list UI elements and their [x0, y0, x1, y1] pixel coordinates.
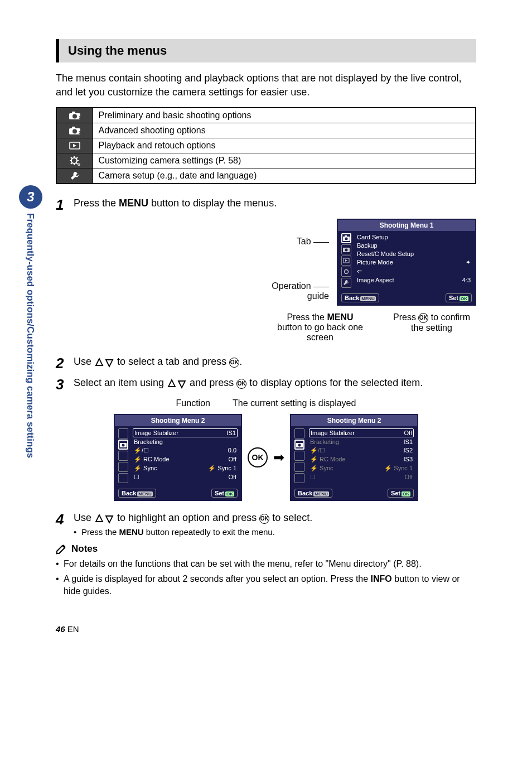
svg-line-17	[71, 163, 72, 165]
panel-tab-icon	[118, 462, 128, 472]
panel-footer: BackMENU SetOK	[291, 488, 417, 500]
table-row: Customizing camera settings (P. 58)	[93, 153, 476, 168]
panel1-side-labels: Tab Operation guide	[272, 219, 329, 306]
page-number: 46	[56, 624, 65, 634]
panel-tab-icon	[294, 428, 304, 438]
svg-line-18	[76, 157, 78, 159]
updown-arrow-icon	[94, 358, 114, 368]
page-lang: EN	[67, 624, 79, 634]
panel-tab-column	[294, 428, 306, 485]
back-button: BackMENU	[341, 293, 379, 302]
panel1-figure: Tab Operation guide Shooting Menu 1 Card…	[56, 219, 476, 306]
panel-tab-icon	[294, 451, 304, 461]
svg-rect-5	[72, 127, 75, 129]
playback-icon	[56, 138, 93, 153]
panel-tab-icon	[118, 428, 128, 438]
panel-tab-icon	[294, 440, 304, 450]
svg-marker-30	[168, 380, 175, 387]
panel-title: Shooting Menu 1	[338, 220, 475, 231]
panel-title: Shooting Menu 2	[291, 415, 417, 426]
gear-icon: o	[56, 153, 93, 168]
panel-tab-icon	[341, 278, 351, 288]
function-label: Function	[176, 398, 210, 408]
svg-marker-29	[106, 360, 113, 367]
table-row: Camera setup (e.g., date and language)	[93, 168, 476, 184]
panel-tab-icon	[118, 440, 128, 450]
svg-text:o: o	[78, 162, 80, 166]
set-button: SetOK	[446, 293, 472, 302]
note-item: For details on the functions that can be…	[56, 558, 476, 570]
caption-menu-back: Press the MENU button to go back one scr…	[275, 312, 365, 343]
step-number: 3	[56, 377, 74, 392]
panel-footer: BackMENU SetOK	[338, 292, 475, 305]
panel-tab-icon	[118, 473, 128, 483]
svg-point-24	[345, 249, 348, 252]
table-row: Preliminary and basic shooting options	[93, 108, 476, 123]
svg-rect-1	[72, 112, 75, 114]
section-heading: Using the menus	[56, 39, 476, 62]
ok-button-icon: OK	[248, 447, 268, 467]
updown-arrow-icon	[94, 514, 114, 524]
step-text: Use to highlight an option and press OK …	[74, 512, 476, 537]
svg-rect-21	[345, 235, 347, 237]
panel-tab-icon	[341, 255, 351, 266]
table-row: Playback and retouch options	[93, 138, 476, 153]
camera1-icon: 1	[56, 108, 93, 123]
step-number: 4	[56, 512, 74, 537]
svg-marker-26	[345, 259, 347, 262]
step-2: 2 Use to select a tab and press OK.	[56, 356, 476, 370]
svg-point-22	[345, 238, 348, 240]
panel-tab-icon	[341, 233, 351, 243]
panel-tab-icon	[341, 244, 351, 254]
menu-options-table: 1 Preliminary and basic shooting options…	[56, 107, 476, 184]
svg-marker-31	[178, 381, 185, 388]
step-4: 4 Use to highlight an option and press O…	[56, 512, 476, 537]
camera-panel-shooting-menu-2b: Shooting Menu 2 Image StabilizerOff Brac…	[290, 414, 418, 501]
panel-title: Shooting Menu 2	[115, 415, 241, 426]
step-number: 1	[56, 197, 74, 212]
panel2-figure: Shooting Menu 2 Image StabilizerIS1 Brac…	[56, 414, 476, 501]
updown-arrow-icon	[167, 379, 187, 389]
panel-footer: BackMENU SetOK	[115, 488, 241, 500]
pencil-icon	[56, 543, 68, 555]
ok-icon: OK	[259, 514, 269, 524]
step-bullet: Press the MENU button repeatedly to exit…	[74, 527, 476, 537]
chapter-title-vertical: Frequently-used options/Customizing came…	[19, 213, 36, 458]
panel-tab-column	[341, 233, 352, 290]
svg-text:2: 2	[79, 131, 81, 134]
svg-line-15	[71, 157, 72, 159]
intro-paragraph: The menus contain shooting and playback …	[56, 71, 476, 99]
chapter-side-tab: 3 Frequently-used options/Customizing ca…	[19, 185, 42, 458]
panel-item-list: Card Setup Backup Reset/C Mode Setup Pic…	[356, 233, 472, 290]
panel-tab-icon	[341, 267, 351, 277]
step-number: 2	[56, 356, 74, 370]
camera-panel-shooting-menu-1: Shooting Menu 1 Card Setup Backup Reset/…	[337, 219, 476, 306]
notes-list: For details on the functions that can be…	[56, 558, 476, 597]
svg-marker-28	[96, 359, 103, 365]
arrow-right-icon: ➡	[273, 450, 284, 465]
panel-item-list: Image StabilizerIS1 Bracketing ⚡/☐0.0 ⚡ …	[133, 428, 238, 485]
notes-heading: Notes	[56, 543, 476, 555]
svg-point-27	[345, 270, 349, 274]
ok-icon: OK	[236, 379, 246, 389]
panel-tab-icon	[294, 473, 304, 483]
camera2-icon: 2	[56, 123, 93, 138]
step-3: 3 Select an item using and press OK to d…	[56, 377, 476, 392]
svg-text:1: 1	[79, 115, 81, 119]
panel2-labels: Function The current setting is displaye…	[56, 398, 476, 408]
panel-tab-column	[118, 428, 129, 485]
step-text: Use to select a tab and press OK.	[74, 356, 476, 370]
caption-ok-confirm: Press OK to confirm the setting	[387, 312, 476, 343]
step-text: Select an item using and press OK to dis…	[74, 377, 476, 392]
wrench-icon	[56, 168, 93, 184]
svg-marker-36	[96, 515, 103, 522]
svg-point-2	[72, 114, 77, 119]
note-item: A guide is displayed for about 2 seconds…	[56, 573, 476, 598]
svg-point-33	[122, 444, 125, 447]
panel-item-list: Image StabilizerOff BracketingIS1 ⚡/☐IS2…	[309, 428, 414, 485]
ok-icon: OK	[229, 358, 239, 368]
svg-point-35	[298, 444, 301, 447]
step-1: 1 Press the MENU button to display the m…	[56, 197, 476, 212]
svg-marker-37	[106, 516, 113, 523]
panel1-captions: Press the MENU button to go back one scr…	[56, 312, 476, 343]
